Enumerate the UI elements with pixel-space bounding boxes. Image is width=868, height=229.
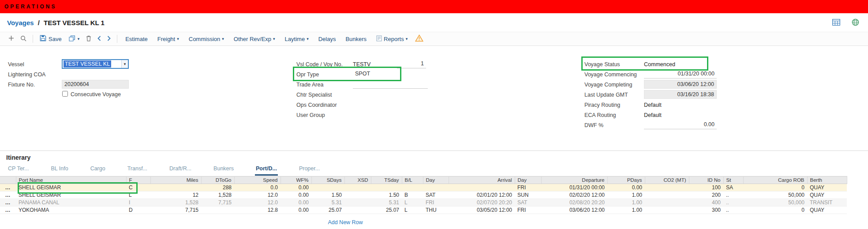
cell-miles[interactable]: 7,715 [150, 206, 201, 214]
column-header-port-name[interactable]: Port Name [16, 176, 126, 184]
cell-tsday[interactable]: 5.31 [371, 199, 402, 206]
cell-arrival-day[interactable]: FRI [423, 199, 449, 206]
row-menu-icon[interactable]: … [5, 199, 11, 206]
tab-port-dates[interactable]: Port/D... [255, 165, 278, 176]
cell-dtogo[interactable] [201, 206, 234, 214]
cell-berth[interactable]: TRANSIT [807, 199, 847, 206]
cell-departure-day[interactable]: SUN [515, 191, 541, 199]
cell-id-no[interactable]: 200 [689, 191, 723, 199]
cell-bl[interactable]: L [402, 199, 423, 206]
menu-estimate[interactable]: Estimate [120, 34, 153, 44]
cell-dtogo[interactable]: 1,528 [201, 191, 234, 199]
cell-speed[interactable]: 0.0 [234, 184, 281, 191]
cell-xsd[interactable] [344, 191, 371, 199]
cell-speed[interactable]: 12.0 [234, 199, 281, 206]
column-header-departure[interactable]: Departure [541, 176, 607, 184]
row-menu-icon[interactable]: … [5, 184, 11, 191]
column-header-miles[interactable]: Miles [150, 176, 201, 184]
cell-dtogo[interactable]: 7,715 [201, 199, 234, 206]
cell-pdays[interactable]: 1.00 [607, 191, 645, 199]
cell-co2[interactable] [645, 191, 689, 199]
tab-bl-info[interactable]: BL Info [50, 165, 69, 176]
menu-bunkers[interactable]: Bunkers [340, 34, 371, 44]
voyage-no-field[interactable]: 1 [397, 60, 426, 68]
cell-departure[interactable]: 01/31/20 00:00 [541, 184, 607, 191]
itinerary-row[interactable]: … PANAMA CANAL I 1,528 7,715 12.0 0.00 5… [0, 199, 847, 206]
cell-bl[interactable]: L [402, 206, 423, 214]
cell-departure-link[interactable]: 03/06/20 12:00 [541, 206, 607, 214]
cell-co2[interactable] [645, 206, 689, 214]
cell-wf[interactable]: 0.00 [281, 199, 311, 206]
cell-f[interactable]: L [126, 191, 150, 199]
cell-cargo-rob[interactable]: 0 [743, 206, 807, 214]
voyage-commencing-field[interactable]: 01/31/20 00:00 [644, 70, 717, 79]
cell-wf[interactable]: 0.00 [281, 184, 311, 191]
cell-dtogo[interactable]: 288 [201, 184, 234, 191]
cell-port-name[interactable]: YOKOHAMA [16, 206, 126, 214]
cell-cargo-rob[interactable]: 50,000 [743, 199, 807, 206]
menu-laytime[interactable]: Laytime ▾ [280, 34, 314, 44]
cell-bl[interactable]: B [402, 191, 423, 199]
tab-draft-restrictions[interactable]: Draft/R... [168, 165, 192, 176]
cell-berth[interactable]: QUAY [807, 191, 847, 199]
cell-wf[interactable]: 0.00 [281, 206, 311, 214]
column-header-sdays[interactable]: SDays [311, 176, 344, 184]
column-header-xsd[interactable]: XSD [344, 176, 371, 184]
cell-st[interactable]: .. [723, 206, 743, 214]
cell-tsday[interactable]: 1.50 [371, 191, 402, 199]
cell-pdays[interactable]: 0.00 [607, 184, 645, 191]
cell-berth[interactable]: QUAY [807, 184, 847, 191]
cell-arrival-day[interactable]: THU [423, 206, 449, 214]
cell-departure-day[interactable]: FRI [515, 184, 541, 191]
cell-xsd[interactable] [344, 206, 371, 214]
cell-st[interactable]: .. [723, 199, 743, 206]
tab-properties[interactable]: Proper... [298, 165, 321, 176]
cell-port-name[interactable]: SHELL GEISMAR [16, 191, 126, 199]
cell-arrival-link[interactable]: 02/01/20 12:00 [449, 191, 515, 199]
prev-record-button[interactable] [94, 34, 104, 44]
cell-xsd[interactable] [344, 184, 371, 191]
column-header-cargo-rob[interactable]: Cargo ROB [743, 176, 807, 184]
vessel-select[interactable]: TEST VESSEL KL ▾ [62, 59, 129, 69]
add-button[interactable] [5, 34, 17, 44]
breadcrumb-voyages-link[interactable]: Voyages [7, 19, 34, 26]
itinerary-row[interactable]: … SHELL GEISMAR L 12 1,528 12.0 0.00 1.5… [0, 191, 847, 199]
voyage-status-value[interactable]: Commenced [644, 60, 675, 69]
menu-freight[interactable]: Freight ▾ [153, 34, 184, 44]
cell-miles[interactable]: 12 [150, 191, 201, 199]
dwf-field[interactable]: 0.00 [644, 120, 717, 129]
cell-speed-link[interactable]: 12.8 [234, 206, 281, 214]
menu-reports[interactable]: Reports ▾ [371, 34, 412, 45]
row-menu-icon[interactable]: … [5, 207, 11, 213]
cell-sdays[interactable] [311, 184, 344, 191]
menu-other-rev-exp[interactable]: Other Rev/Exp ▾ [229, 34, 280, 44]
cell-xsd[interactable] [344, 199, 371, 206]
cell-miles[interactable] [150, 184, 201, 191]
cell-tsday[interactable]: 25.07 [371, 206, 402, 214]
globe-icon[interactable] [852, 19, 859, 26]
cell-miles[interactable]: 1,528 [150, 199, 201, 206]
cell-id-no[interactable]: 300 [689, 206, 723, 214]
column-header-wf[interactable]: WF% [281, 176, 311, 184]
cell-st[interactable]: .. [723, 191, 743, 199]
cell-sdays[interactable]: 5.31 [311, 199, 344, 206]
cell-cargo-rob[interactable]: 50,000 [743, 191, 807, 199]
column-header-bl[interactable]: B/L [402, 176, 423, 184]
cell-arrival-day[interactable] [423, 184, 449, 191]
menu-delays[interactable]: Delays [314, 34, 341, 44]
cell-departure-link[interactable]: 02/02/20 12:00 [541, 191, 607, 199]
column-header-arrival[interactable]: Arrival [449, 176, 515, 184]
piracy-routing-value[interactable]: Default [644, 101, 662, 109]
cell-arrival-day[interactable]: SAT [423, 191, 449, 199]
column-header-co2[interactable]: CO2 (MT) [645, 176, 689, 184]
row-menu-icon[interactable]: … [5, 192, 11, 198]
cell-cargo-rob[interactable]: 0 [743, 184, 807, 191]
opr-type-field[interactable]: SPOT [353, 70, 397, 79]
column-header-arrival-day[interactable]: Day [423, 176, 449, 184]
consecutive-voyage-checkbox[interactable] [62, 91, 68, 97]
tab-cp-terms[interactable]: CP Ter... [7, 165, 30, 176]
column-header-id-no[interactable]: ID No [689, 176, 723, 184]
cell-co2[interactable] [645, 199, 689, 206]
delete-button[interactable] [83, 34, 94, 45]
dropdown-arrow-icon[interactable]: ▾ [121, 60, 128, 68]
